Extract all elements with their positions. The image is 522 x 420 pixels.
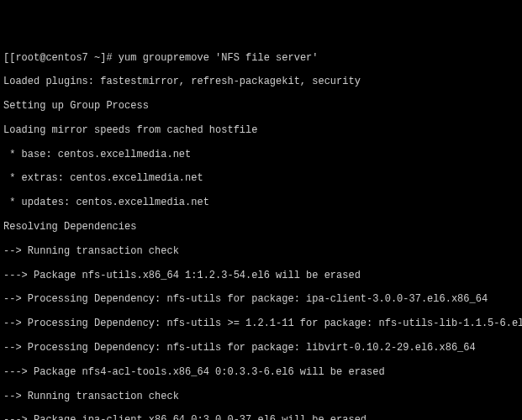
output-line: --> Running transaction check <box>3 245 519 257</box>
prompt-prefix: [[ <box>3 52 15 64</box>
output-line: --> Processing Dependency: nfs-utils for… <box>3 293 519 305</box>
output-line: ---> Package nfs4-acl-tools.x86_64 0:0.3… <box>3 366 519 378</box>
output-line: ---> Package ipa-client.x86_64 0:3.0.0-3… <box>3 414 519 420</box>
output-line: --> Processing Dependency: nfs-utils for… <box>3 342 519 354</box>
prompt-user-host: root@centos7 <box>15 52 87 64</box>
mirror-updates-line: * updates: centos.excellmedia.net <box>3 197 519 208</box>
output-line: Resolving Dependencies <box>3 221 519 233</box>
command-text: yum groupremove 'NFS file server' <box>119 52 319 64</box>
prompt-line: [[root@centos7 ~]# yum groupremove 'NFS … <box>3 52 519 64</box>
output-line: --> Running transaction check <box>3 391 519 402</box>
mirror-extras-line: * extras: centos.excellmedia.net <box>3 172 519 184</box>
output-line: ---> Package nfs-utils.x86_64 1:1.2.3-54… <box>3 270 519 281</box>
output-line: --> Processing Dependency: nfs-utils >= … <box>3 318 519 329</box>
mirror-base-line: * base: centos.excellmedia.net <box>3 149 519 160</box>
output-line: Loading mirror speeds from cached hostfi… <box>3 124 519 136</box>
output-line: Setting up Group Process <box>3 100 519 112</box>
prompt-path: ~]# <box>88 52 119 64</box>
output-line: Loaded plugins: fastestmirror, refresh-p… <box>3 76 519 87</box>
